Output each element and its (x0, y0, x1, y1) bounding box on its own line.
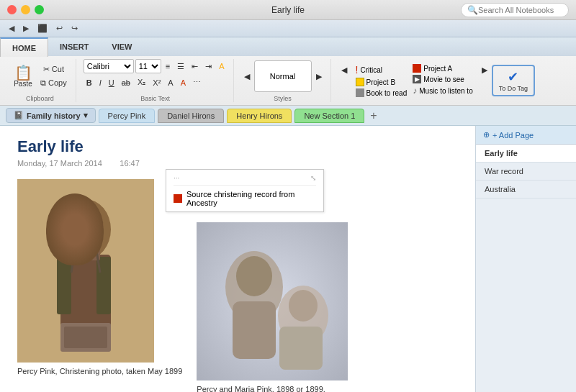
clipboard-group: 📋 Paste ✂ Cut ⧉ Copy Clipboard (4, 59, 76, 102)
style-prev-button[interactable]: ◀ (241, 70, 253, 83)
paste-button[interactable]: 📋 Paste (10, 63, 36, 90)
italic-button[interactable]: I (96, 77, 104, 88)
tag-book[interactable]: Book to read (356, 88, 408, 97)
section-tab-new[interactable]: New Section 1 (294, 109, 364, 123)
resize-handle-icon[interactable]: ⤡ (310, 174, 316, 182)
critical-icon: ! (356, 64, 359, 76)
search-input[interactable] (478, 6, 564, 14)
title-bar: Early life 🔍 (0, 0, 576, 20)
clear-format-button[interactable]: A (165, 77, 176, 88)
section-tab-daniel[interactable]: Daniel Hirons (158, 109, 224, 123)
nav-bar: ◀ ▶ ⬛ ↩ ↪ (0, 20, 576, 37)
tab-home[interactable]: HOME (0, 37, 48, 57)
forward-nav-button[interactable]: ▶ (20, 22, 32, 35)
notebook-selector[interactable]: 📓 Family history ▾ (6, 108, 96, 123)
underline-button[interactable]: U (106, 77, 117, 88)
subscript-button[interactable]: X₂ (135, 76, 148, 88)
search-icon: 🔍 (467, 5, 478, 15)
style-next-button[interactable]: ▶ (313, 70, 325, 83)
music-icon: ♪ (413, 86, 417, 96)
movie-icon: ▶ (413, 75, 421, 83)
tag-proj-b[interactable]: Project B (356, 78, 408, 86)
minimize-button[interactable] (21, 5, 30, 14)
tab-insert[interactable]: INSERT (48, 37, 100, 56)
styles-group: ◀ Normal ▶ Styles (235, 59, 331, 102)
main-area: Early life Monday, 17 March 2014 16:47 (0, 126, 576, 392)
source-text: Source christening record from Ancestry (186, 190, 316, 207)
font-family-select[interactable]: Calibri (84, 59, 134, 73)
highlight-button[interactable]: A (216, 60, 227, 72)
tag-music[interactable]: ♪ Music to listen to (413, 86, 472, 96)
indent-increase-button[interactable]: ⇥ (202, 60, 215, 73)
source-icon (174, 194, 182, 203)
note-source: Source christening record from Ancestry (174, 190, 316, 207)
notebook-bar: 📓 Family history ▾ Percy Pink Daniel Hir… (0, 106, 576, 126)
redo-button[interactable]: ↪ (68, 22, 81, 35)
ribbon-tabs: HOME INSERT VIEW (0, 37, 576, 56)
note-header: ··· ⤡ (174, 174, 316, 186)
add-page-button[interactable]: ⊕ + Add Page (476, 126, 576, 145)
proj-b-icon (356, 78, 364, 86)
ribbon: HOME INSERT VIEW 📋 Paste ✂ Cut ⧉ Copy (0, 37, 576, 106)
sidebar-page-australia[interactable]: Australia (476, 181, 576, 199)
svg-rect-15 (233, 301, 276, 359)
todo-tag[interactable]: ✔ To Do Tag (492, 65, 535, 96)
add-page-icon: ⊕ (483, 130, 490, 140)
more-format-button[interactable]: ⋯ (190, 76, 204, 88)
undo-button[interactable]: ↩ (53, 22, 66, 35)
sidebar: ⊕ + Add Page Early life War record Austr… (475, 126, 576, 392)
svg-point-5 (68, 206, 104, 250)
cut-button[interactable]: ✂ Cut (37, 63, 70, 76)
back-nav-button[interactable]: ◀ (6, 22, 17, 35)
add-section-button[interactable]: + (367, 109, 379, 122)
tab-view[interactable]: VIEW (100, 37, 143, 56)
font-group-label: Basic Text (140, 94, 170, 102)
section-tab-percy[interactable]: Percy Pink (99, 109, 156, 123)
notebook-dropdown-icon: ▾ (84, 111, 88, 120)
home-nav-button[interactable]: ⬛ (35, 22, 50, 35)
search-box[interactable]: 🔍 (461, 3, 569, 17)
photo-container-2: Percy and Maria Pink, 1898 or 1899. (197, 222, 348, 392)
superscript-button[interactable]: X² (150, 77, 163, 88)
tag-movie[interactable]: ▶ Movie to see (413, 75, 472, 83)
style-box[interactable]: Normal (254, 60, 312, 92)
bold-button[interactable]: B (84, 77, 95, 88)
photo-1-caption: Percy Pink, Christening photo, taken May… (17, 367, 182, 375)
window-controls[interactable] (7, 5, 44, 14)
indent-decrease-button[interactable]: ⇤ (189, 60, 201, 73)
sidebar-page-early-life[interactable]: Early life (476, 145, 576, 163)
close-button[interactable] (7, 5, 17, 14)
maximize-button[interactable] (35, 5, 44, 14)
section-tab-henry[interactable]: Henry Hirons (227, 109, 292, 123)
svg-rect-10 (64, 327, 107, 348)
tags-prev-button[interactable]: ◀ (338, 64, 350, 76)
tag-proj-a[interactable]: Project A (413, 64, 472, 73)
svg-rect-6 (71, 250, 100, 260)
font-size-select[interactable]: 11 (135, 59, 161, 73)
proj-a-icon (413, 64, 421, 73)
add-page-label: + Add Page (492, 131, 534, 140)
tags-next-button[interactable]: ▶ (479, 64, 490, 76)
notebook-icon: 📓 (14, 111, 24, 120)
sidebar-page-war-record[interactable]: War record (476, 163, 576, 181)
svg-point-14 (236, 256, 272, 296)
note-dots: ··· (174, 174, 179, 182)
list-unordered-button[interactable]: ≡ (163, 60, 173, 72)
tags-group: ◀ ! Critical Project B Book to read (333, 59, 541, 102)
scissors-icon: ✂ (43, 65, 50, 73)
svg-rect-3 (57, 257, 71, 314)
font-color-button[interactable]: A (178, 77, 189, 88)
floating-note[interactable]: ··· ⤡ Source christening record from Anc… (166, 169, 324, 212)
paste-icon: 📋 (14, 65, 32, 80)
strikethrough-button[interactable]: ab (119, 77, 133, 88)
tag-critical[interactable]: ! Critical (356, 64, 408, 76)
list-ordered-button[interactable]: ☰ (174, 60, 187, 73)
svg-rect-18 (279, 327, 323, 370)
photo-1 (17, 179, 154, 363)
photo-2 (197, 222, 348, 380)
photo-1-svg (17, 179, 154, 363)
copy-button[interactable]: ⧉ Copy (37, 77, 70, 89)
svg-point-17 (289, 290, 318, 322)
photo-2-svg (197, 222, 348, 380)
copy-icon: ⧉ (40, 78, 46, 87)
